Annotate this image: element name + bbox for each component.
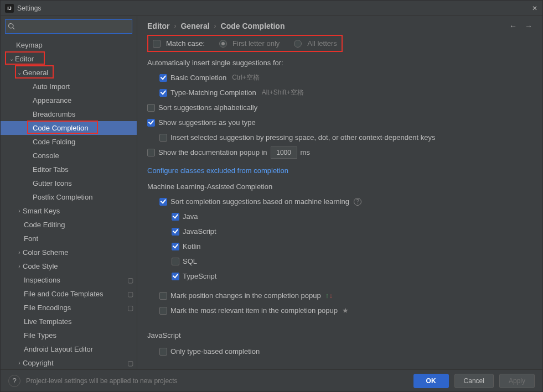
ml-sort-checkbox[interactable] — [159, 198, 167, 206]
tree-item-font[interactable]: Font — [1, 232, 137, 245]
help-button[interactable]: ? — [8, 375, 20, 387]
tree-item-editor[interactable]: ⌄Editor — [1, 52, 137, 66]
tree-item-code-editing[interactable]: Code Editing — [1, 218, 137, 232]
insert-selected-checkbox[interactable] — [159, 134, 167, 142]
js-heading: JavaScript — [147, 328, 532, 343]
basic-completion-shortcut: Ctrl+空格 — [232, 73, 260, 82]
cancel-button[interactable]: Cancel — [454, 374, 494, 388]
tree-item-appearance[interactable]: Appearance — [1, 93, 137, 107]
help-icon[interactable]: ? — [354, 198, 361, 206]
tree-item-code-completion[interactable]: Code Completion — [1, 121, 137, 135]
breadcrumb: Editor › General › Code Completion ← → — [137, 16, 542, 33]
chevron-right-icon: › — [16, 360, 23, 366]
footer-hint: Project-level settings will be applied t… — [26, 377, 177, 385]
lang-sql-label: SQL — [183, 257, 197, 265]
lang-java-checkbox[interactable] — [172, 213, 179, 221]
footer: ? Project-level settings will be applied… — [1, 369, 542, 391]
sort-alpha-label: Sort suggestions alphabetically — [158, 103, 257, 112]
lang-kotlin-checkbox[interactable] — [172, 243, 179, 250]
auto-insert-heading: Automatically insert single suggestions … — [147, 55, 532, 70]
radio-all-letters[interactable] — [294, 40, 302, 48]
ok-button[interactable]: OK — [413, 374, 449, 388]
tree-item-smart-keys[interactable]: ›Smart Keys — [1, 204, 137, 218]
tree-item-file-types[interactable]: File Types — [1, 328, 137, 342]
window-title: Settings — [17, 4, 41, 12]
tree-item-color-scheme[interactable]: ›Color Scheme — [1, 245, 137, 259]
chevron-right-icon: › — [214, 22, 216, 30]
type-matching-shortcut: Alt+Shift+空格 — [262, 88, 304, 97]
lang-typescript-label: TypeScript — [183, 272, 216, 280]
search-icon — [8, 23, 15, 30]
window-controls: ✕ — [531, 5, 538, 12]
tree-item-auto-import[interactable]: Auto Import — [1, 80, 137, 93]
type-matching-label: Type-Matching Completion — [170, 88, 256, 97]
basic-completion-label: Basic Completion — [170, 74, 226, 82]
lang-kotlin-label: Kotlin — [183, 242, 201, 250]
radio-first-letter[interactable] — [219, 40, 227, 48]
apply-button[interactable]: Apply — [499, 374, 535, 388]
search-input[interactable] — [5, 19, 132, 34]
insert-selected-label: Insert selected suggestion by pressing s… — [170, 133, 435, 142]
lang-typescript-checkbox[interactable] — [172, 273, 179, 280]
type-matching-checkbox[interactable] — [159, 89, 167, 97]
tree-item-console[interactable]: Console — [1, 149, 137, 163]
settings-window: IJ Settings ✕ Keymap ⌄Editor — [0, 0, 543, 392]
radio-all-letters-label: All letters — [307, 39, 337, 48]
ml-heading: Machine Learning-Assisted Completion — [147, 179, 532, 194]
doc-popup-delay-input[interactable] — [271, 147, 297, 159]
doc-popup-suffix: ms — [301, 148, 310, 156]
tree-item-keymap[interactable]: Keymap — [1, 38, 137, 52]
only-type-based-checkbox[interactable] — [159, 348, 167, 356]
basic-completion-checkbox[interactable] — [159, 74, 167, 82]
titlebar: IJ Settings ✕ — [1, 1, 542, 16]
ml-sort-label: Sort completion suggestions based on mac… — [170, 197, 349, 206]
tree-item-android-layout-editor[interactable]: Android Layout Editor — [1, 342, 137, 356]
updown-icon: ↑↓ — [325, 292, 333, 300]
tree-item-live-templates[interactable]: Live Templates — [1, 315, 137, 328]
settings-tree[interactable]: Keymap ⌄Editor ⌄General Auto Import Appe… — [1, 37, 137, 369]
main-panel: Editor › General › Code Completion ← → M… — [137, 16, 542, 369]
match-case-checkbox[interactable] — [153, 40, 161, 48]
tree-item-general[interactable]: ⌄General — [1, 66, 137, 80]
mark-position-label: Mark position changes in the completion … — [170, 291, 321, 300]
match-case-label: Match case: — [166, 39, 205, 48]
chevron-right-icon: › — [174, 22, 176, 30]
tree-item-code-folding[interactable]: Code Folding — [1, 135, 137, 149]
nav-forward-icon[interactable]: → — [525, 22, 532, 30]
lang-javascript-label: JavaScript — [183, 227, 216, 236]
crumb-editor[interactable]: Editor — [147, 22, 169, 30]
chevron-right-icon: › — [16, 208, 23, 214]
tree-item-breadcrumbs[interactable]: Breadcrumbs — [1, 107, 137, 121]
project-badge-icon: ▢ — [127, 276, 133, 284]
app-icon: IJ — [5, 4, 14, 13]
sidebar: Keymap ⌄Editor ⌄General Auto Import Appe… — [1, 16, 137, 369]
nav-back-icon[interactable]: ← — [509, 22, 517, 30]
crumb-code-completion: Code Completion — [221, 22, 285, 30]
tree-item-editor-tabs[interactable]: Editor Tabs — [1, 163, 137, 176]
configure-excluded-link[interactable]: Configure classes excluded from completi… — [147, 166, 288, 175]
lang-java-label: Java — [183, 212, 198, 221]
tree-item-code-style[interactable]: ›Code Style — [1, 259, 137, 273]
tree-item-inspections[interactable]: Inspections▢ — [1, 273, 137, 287]
tree-item-gutter-icons[interactable]: Gutter Icons — [1, 176, 137, 190]
tree-item-postfix-completion[interactable]: Postfix Completion — [1, 190, 137, 204]
project-badge-icon: ▢ — [127, 359, 133, 367]
tree-item-file-encodings[interactable]: File Encodings▢ — [1, 301, 137, 315]
tree-item-file-code-templates[interactable]: File and Code Templates▢ — [1, 287, 137, 301]
show-doc-popup-checkbox[interactable] — [147, 149, 155, 156]
lang-sql-checkbox[interactable] — [172, 258, 179, 265]
show-doc-popup-label: Show the documentation popup in — [158, 148, 267, 156]
lang-javascript-checkbox[interactable] — [172, 228, 179, 236]
project-badge-icon: ▢ — [127, 304, 133, 312]
star-icon: ★ — [342, 306, 349, 315]
tree-item-copyright[interactable]: ›Copyright▢ — [1, 356, 137, 369]
close-icon[interactable]: ✕ — [531, 5, 538, 12]
radio-first-letter-label: First letter only — [232, 39, 280, 48]
show-as-type-label: Show suggestions as you type — [158, 118, 256, 127]
show-as-type-checkbox[interactable] — [147, 119, 155, 127]
mark-relevant-checkbox[interactable] — [159, 307, 167, 315]
sort-alpha-checkbox[interactable] — [147, 104, 155, 112]
search-field[interactable] — [18, 22, 130, 31]
crumb-general[interactable]: General — [180, 22, 209, 30]
mark-position-checkbox[interactable] — [159, 292, 167, 300]
